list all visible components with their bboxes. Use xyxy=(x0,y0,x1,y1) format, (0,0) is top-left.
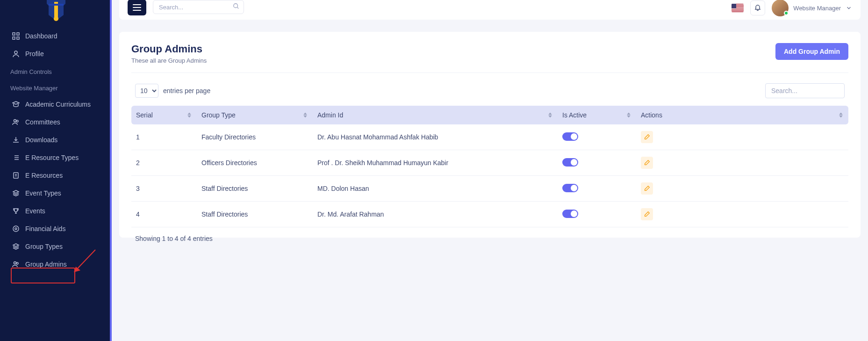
sidebar-item-profile[interactable]: Profile xyxy=(0,45,112,63)
svg-rect-23 xyxy=(732,12,744,12)
svg-point-6 xyxy=(14,120,16,122)
column-header-admin-id[interactable]: Admin Id xyxy=(313,106,558,124)
svg-point-5 xyxy=(14,51,17,54)
stack-icon xyxy=(12,189,20,197)
sidebar-item-label: Financial Aids xyxy=(25,225,65,232)
svg-point-15 xyxy=(234,4,238,8)
cell-serial: 1 xyxy=(131,124,197,150)
sidebar-item-label: Profile xyxy=(25,50,44,58)
search-wrap xyxy=(153,0,244,14)
table-footer: Showing 1 to 4 of 4 entries xyxy=(131,227,848,242)
grid-icon xyxy=(12,32,20,40)
sidebar-item-financial-aids[interactable]: Financial Aids xyxy=(0,220,112,238)
table-row: 1Faculty DirectoriesDr. Abu Hasnat Moham… xyxy=(131,124,848,150)
sidebar-item-label: Events xyxy=(25,207,45,215)
cell-group-type: Faculty Directories xyxy=(197,124,313,150)
add-group-admin-button[interactable]: Add Group Admin xyxy=(775,43,848,60)
table-row: 3Staff DirectoriesMD. Dolon Hasan xyxy=(131,176,848,202)
svg-rect-21 xyxy=(732,9,744,9)
svg-point-10 xyxy=(15,228,17,230)
sidebar-item-e-resources[interactable]: E Resources xyxy=(0,167,112,184)
sidebar-item-e-resource-types[interactable]: E Resource Types xyxy=(0,149,112,167)
is-active-toggle[interactable] xyxy=(562,158,578,167)
online-status-dot xyxy=(784,11,789,15)
sort-icon xyxy=(303,113,307,118)
avatar xyxy=(772,0,789,16)
sidebar-item-downloads[interactable]: Downloads xyxy=(0,131,112,149)
sidebar-item-committees[interactable]: Committees xyxy=(0,113,112,131)
sort-icon xyxy=(627,113,631,118)
sidebar-item-group-admins[interactable]: Group Admins xyxy=(0,255,112,273)
cell-admin-id: Dr. Md. Arafat Rahman xyxy=(313,202,558,227)
users-icon xyxy=(12,118,20,126)
is-active-toggle[interactable] xyxy=(562,184,578,192)
table-row: 2Officers DirectoriesProf . Dr. Sheikh M… xyxy=(131,150,848,176)
sort-icon xyxy=(187,113,191,118)
edit-icon xyxy=(644,211,650,218)
svg-rect-3 xyxy=(13,37,15,39)
users-icon xyxy=(12,261,20,268)
cell-group-type: Staff Directories xyxy=(197,176,313,202)
main: Website Manager Group Admins These all a… xyxy=(112,0,868,341)
sidebar: Dashboard Profile Admin Controls Website… xyxy=(0,0,112,341)
hamburger-button[interactable] xyxy=(128,0,146,15)
download-icon xyxy=(12,136,20,144)
cell-admin-id: Prof . Dr. Sheikh Muhammad Humayun Kabir xyxy=(313,150,558,176)
entries-per-page-select[interactable]: 10 xyxy=(135,84,158,98)
cell-serial: 4 xyxy=(131,202,197,227)
cell-serial: 2 xyxy=(131,150,197,176)
chevron-down-icon xyxy=(846,5,852,11)
notifications-button[interactable] xyxy=(750,0,765,15)
sidebar-item-label: Group Admins xyxy=(25,261,67,268)
svg-rect-24 xyxy=(732,4,736,8)
svg-point-7 xyxy=(16,120,18,122)
edit-button[interactable] xyxy=(641,208,653,220)
cell-group-type: Officers Directories xyxy=(197,150,313,176)
card-header: Group Admins These all are Group Admins … xyxy=(131,43,848,73)
edit-icon xyxy=(644,134,650,140)
sidebar-item-group-types[interactable]: Group Types xyxy=(0,238,112,255)
svg-point-12 xyxy=(16,262,18,264)
table-search-input[interactable] xyxy=(765,83,845,98)
trophy-icon xyxy=(12,207,20,215)
sidebar-item-label: Event Types xyxy=(25,189,61,197)
cap-icon xyxy=(12,101,20,108)
edit-button[interactable] xyxy=(641,157,653,169)
page-title: Group Admins xyxy=(131,43,207,55)
stack-icon xyxy=(12,243,20,250)
edit-button[interactable] xyxy=(641,182,653,195)
sidebar-item-label: E Resources xyxy=(25,172,63,179)
logo xyxy=(0,0,112,27)
content-card: Group Admins These all are Group Admins … xyxy=(119,32,861,238)
table-row: 4Staff DirectoriesDr. Md. Arafat Rahman xyxy=(131,202,848,227)
sidebar-item-label: E Resource Types xyxy=(25,154,79,161)
cell-admin-id: MD. Dolon Hasan xyxy=(313,176,558,202)
search-input[interactable] xyxy=(153,0,244,14)
column-header-serial[interactable]: Serial xyxy=(131,106,197,124)
is-active-toggle[interactable] xyxy=(562,210,578,218)
bell-icon xyxy=(754,4,761,12)
column-header-group-type[interactable]: Group Type xyxy=(197,106,313,124)
sidebar-section-website: Website Manager xyxy=(0,79,112,95)
edit-button[interactable] xyxy=(641,131,653,143)
edit-icon xyxy=(644,185,650,192)
language-flag[interactable] xyxy=(732,4,744,12)
sidebar-item-label: Academic Curriculums xyxy=(25,101,91,108)
data-table: Serial Group Type Admin Id Is Active Act… xyxy=(131,106,848,227)
svg-point-9 xyxy=(13,226,19,232)
sidebar-item-event-types[interactable]: Event Types xyxy=(0,184,112,202)
user-menu[interactable]: Website Manager xyxy=(772,0,852,16)
sidebar-item-events[interactable]: Events xyxy=(0,202,112,220)
target-icon xyxy=(12,225,20,232)
is-active-toggle[interactable] xyxy=(562,132,578,141)
list-icon xyxy=(12,154,20,161)
column-header-is-active[interactable]: Is Active xyxy=(558,106,636,124)
sidebar-item-academic-curriculums[interactable]: Academic Curriculums xyxy=(0,95,112,113)
sort-icon xyxy=(548,113,552,118)
column-header-actions[interactable]: Actions xyxy=(636,106,848,124)
sidebar-item-dashboard[interactable]: Dashboard xyxy=(0,27,112,45)
search-icon xyxy=(233,3,239,11)
edit-icon xyxy=(644,160,650,166)
sidebar-item-label: Dashboard xyxy=(25,32,57,40)
cell-serial: 3 xyxy=(131,176,197,202)
